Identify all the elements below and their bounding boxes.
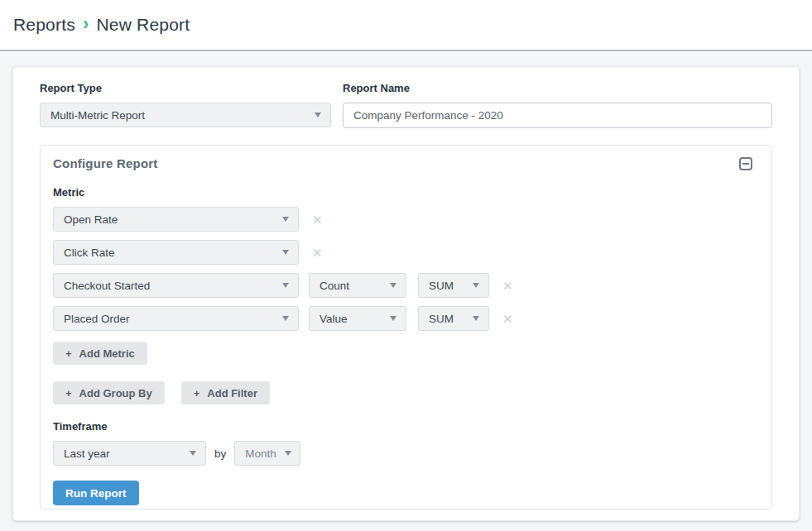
metric-row: Open Rate ✕ bbox=[53, 207, 759, 232]
chevron-right-icon: › bbox=[83, 13, 89, 34]
remove-metric-button[interactable]: ✕ bbox=[312, 213, 323, 226]
aggregate-select[interactable]: SUM bbox=[418, 273, 489, 298]
chevron-down-icon bbox=[390, 316, 396, 321]
report-type-value: Multi-Metric Report bbox=[50, 109, 145, 122]
plus-icon: + bbox=[65, 347, 72, 360]
add-group-by-button[interactable]: + Add Group By bbox=[53, 381, 165, 404]
remove-metric-button[interactable]: ✕ bbox=[312, 246, 323, 259]
chevron-down-icon bbox=[190, 451, 196, 456]
timeframe-select[interactable]: Last year bbox=[53, 441, 206, 466]
by-label: by bbox=[214, 447, 226, 460]
configure-report-title: Configure Report bbox=[53, 156, 158, 170]
metric-select[interactable]: Placed Order bbox=[53, 306, 299, 331]
page-title: New Report bbox=[96, 15, 190, 34]
remove-metric-button[interactable]: ✕ bbox=[502, 280, 513, 292]
report-builder-card: Report Type Multi-Metric Report Report N… bbox=[12, 66, 800, 521]
measure-select[interactable]: Value bbox=[309, 306, 406, 331]
metric-row: Placed Order Value SUM ✕ bbox=[53, 306, 759, 331]
configure-report-panel: Configure Report Metric Open Rate ✕ Clic… bbox=[40, 145, 772, 509]
interval-select[interactable]: Month bbox=[234, 441, 300, 466]
metric-row: Checkout Started Count SUM ✕ bbox=[53, 273, 759, 298]
metric-select[interactable]: Click Rate bbox=[53, 240, 299, 265]
chevron-down-icon bbox=[282, 283, 289, 288]
remove-metric-button[interactable]: ✕ bbox=[502, 313, 513, 325]
measure-select[interactable]: Count bbox=[309, 273, 406, 298]
chevron-down-icon bbox=[282, 250, 289, 255]
breadcrumb: Reports›New Report bbox=[13, 14, 190, 36]
chevron-down-icon bbox=[473, 316, 479, 321]
chevron-down-icon bbox=[282, 316, 289, 321]
metric-select[interactable]: Open Rate bbox=[53, 207, 299, 232]
plus-icon: + bbox=[194, 387, 200, 399]
top-navigation-bar: Reports›New Report bbox=[0, 0, 812, 51]
timeframe-section-label: Timeframe bbox=[53, 420, 759, 433]
metric-row: Click Rate ✕ bbox=[53, 240, 759, 265]
breadcrumb-reports-link[interactable]: Reports bbox=[13, 15, 75, 34]
aggregate-select[interactable]: SUM bbox=[418, 306, 489, 331]
report-type-select[interactable]: Multi-Metric Report bbox=[40, 103, 331, 127]
chevron-down-icon bbox=[285, 451, 291, 456]
report-type-label: Report Type bbox=[40, 82, 331, 94]
collapse-panel-button[interactable] bbox=[739, 157, 752, 170]
metric-select[interactable]: Checkout Started bbox=[53, 273, 299, 298]
metric-section-label: Metric bbox=[53, 186, 759, 199]
chevron-down-icon bbox=[390, 283, 396, 288]
chevron-down-icon bbox=[473, 283, 479, 288]
chevron-down-icon bbox=[282, 217, 289, 222]
minus-icon bbox=[742, 163, 749, 165]
report-name-input[interactable] bbox=[343, 103, 772, 128]
plus-icon: + bbox=[65, 387, 72, 399]
run-report-button[interactable]: Run Report bbox=[53, 481, 139, 505]
report-name-label: Report Name bbox=[343, 82, 772, 94]
add-filter-button[interactable]: + Add Filter bbox=[181, 381, 270, 404]
add-metric-button[interactable]: + Add Metric bbox=[53, 342, 147, 365]
chevron-down-icon bbox=[315, 112, 321, 117]
